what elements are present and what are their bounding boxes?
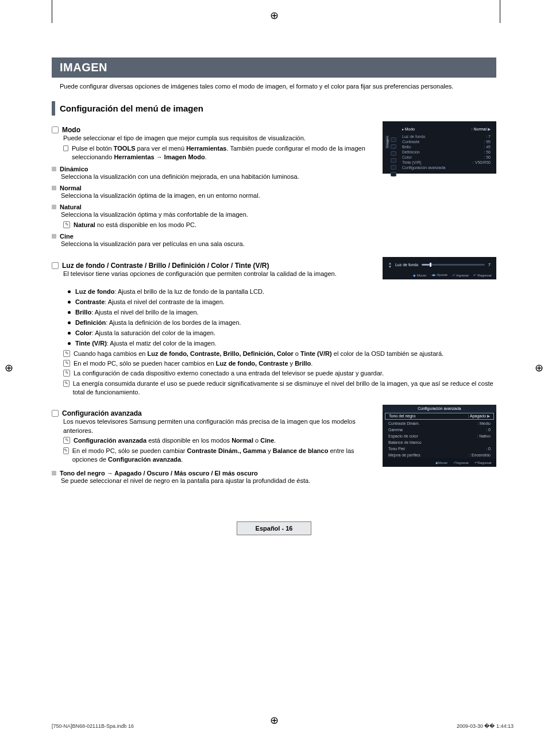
osd-head-value: : Normal ▶ [472, 127, 491, 132]
bullet-text: Definición: Ajusta la definición de los … [75, 318, 241, 328]
osd-row-val: : 95 [484, 140, 491, 144]
note-text: Configuración avanzada está disponible e… [74, 436, 276, 445]
osd-row-val: : 45 [484, 145, 491, 149]
osd-nav-icon [391, 172, 396, 176]
square-bullet-icon [52, 471, 56, 475]
doc-footer-left: [750-NA]BN68-02111B-Spa.indb 16 [52, 723, 134, 729]
osd-slider-label: Luz de fondo [395, 263, 418, 267]
bullet-text: Color: Ajusta la saturación del color de… [75, 329, 215, 338]
osd-row-val: : V50/R50 [473, 160, 491, 164]
up-down-arrows-icon: ▲▼ [388, 262, 392, 268]
osd3-row-val: : 0 [486, 428, 491, 432]
note-icon: ✎ [63, 221, 70, 228]
square-outline-icon [52, 126, 59, 133]
osd-slider-panel: ▲▼ Luz de fondo 7 Mover Ajustar Ingresar… [383, 257, 496, 279]
osd-head-label: Modo [402, 127, 415, 132]
chevron-right-icon: ▶ [487, 414, 490, 418]
osd3-row-val: : Nativo [477, 434, 491, 438]
bullet-text: Contraste: Ajusta el nivel del contraste… [75, 298, 225, 307]
sub-natural-note: Natural no está disponible en los modo P… [74, 221, 196, 229]
osd-nav-icon [391, 165, 396, 170]
osd3-row-val: : Apagado ▶ [468, 414, 490, 419]
square-bullet-icon [52, 234, 56, 239]
help-adjust: Ajustar [431, 273, 448, 277]
page-number-box: Español - 16 [237, 521, 311, 535]
sub-dinamico: Dinámico [60, 166, 88, 172]
registration-mark-icon: ⊕ [535, 362, 543, 374]
osd3-row-key: Gamma [388, 428, 403, 432]
help-return: Regresar [474, 460, 492, 465]
square-bullet-icon [52, 205, 56, 209]
registration-mark-icon: ⊕ [270, 10, 279, 21]
tools-icon [63, 145, 68, 151]
note-text: La energía consumida durante el uso se p… [73, 379, 496, 397]
help-move: Mover [413, 273, 427, 277]
bullet-icon [68, 290, 71, 293]
osd-row-key: Brillo [402, 145, 411, 149]
modo-desc: Puede seleccionar el tipo de imagen que … [63, 134, 373, 143]
note-text: En el modo PC, sólo se pueden cambiar Co… [72, 447, 373, 465]
crop-mark [52, 0, 52, 23]
bullet-text: Luz de fondo: Ajusta el brillo de la luz… [75, 287, 264, 297]
sub-normal: Normal [60, 185, 82, 191]
chevron-right-icon: ▶ [488, 127, 491, 131]
osd-nav-icon [391, 158, 396, 163]
modo-tool-note: Pulse el botón TOOLS para ver el menú He… [72, 144, 373, 162]
bullet-icon [68, 321, 71, 324]
osd3-title: Configuración avanzada [383, 405, 496, 412]
sub-normal-desc: Selecciona la visualización óptima de la… [61, 191, 373, 200]
sub-cine: Cine [60, 233, 74, 240]
note-icon: ✎ [63, 360, 70, 367]
avanzada-desc: Los nuevos televisores Samsung permiten … [63, 417, 373, 435]
sub-tono-negro-desc: Se puede seleccionar el nivel de negro e… [61, 477, 373, 485]
sub-tono-negro: Tono del negro → Apagado / Oscuro / Más … [60, 470, 258, 477]
bullet-text: Brillo: Ajusta el nivel del brillo de la… [75, 308, 199, 317]
osd3-row-key: Tono Piel [388, 447, 405, 451]
osd-row-key: Configuración avanzada [402, 166, 446, 170]
bullet-icon [68, 311, 71, 314]
osd3-row-val: : Medio [477, 421, 491, 425]
help-return: Regresar [473, 273, 492, 277]
section-heading: Configuración del menú de imagen [60, 101, 203, 116]
q-heading-avanzada: Configuración avanzada [62, 409, 142, 417]
osd-row-val: : 7 [486, 135, 491, 139]
note-text: Cuando haga cambios en Luz de fondo, Con… [74, 350, 443, 358]
osd-slider-track [422, 264, 485, 266]
ajustes-desc: El televisor tiene varias opciones de co… [63, 270, 373, 278]
help-enter: Ingresar [453, 460, 469, 465]
help-enter: Ingresar [452, 273, 469, 277]
osd-slider-value: 7 [488, 263, 491, 267]
square-bullet-icon [52, 167, 56, 171]
osd3-row-key: Contraste Dinám. [388, 421, 419, 425]
doc-footer-right: 2009-03-30 �� 1:44:13 [457, 723, 514, 729]
osd-row-key: Luz de fondo [402, 135, 425, 139]
osd3-row-key: Balance de blanco [388, 440, 422, 444]
q-heading-ajustes: Luz de fondo / Contraste / Brillo / Defi… [62, 262, 269, 270]
osd-avanzada-menu: Configuración avanzada Tono del negro: A… [383, 405, 496, 467]
note-icon: ✎ [63, 350, 70, 357]
sub-natural-desc: Selecciona la visualización óptima y más… [61, 210, 373, 219]
osd-row-key: Tinte (V/R) [402, 160, 422, 164]
sub-natural: Natural [60, 204, 82, 210]
section-marker-icon [52, 101, 55, 116]
q-heading-modo: Modo [62, 126, 80, 134]
osd3-row-key: Mejora de perfiles [388, 453, 420, 457]
osd-row-key: Contraste [402, 140, 419, 144]
osd3-row-key: Tono del negro [389, 414, 415, 419]
bullet-icon [68, 301, 71, 304]
note-text: La configuración de cada dispositivo ext… [74, 369, 384, 378]
note-icon: ✎ [63, 447, 69, 454]
osd3-row-val: : 0 [486, 447, 491, 451]
osd-row-key: Definición [402, 150, 420, 154]
page-title: IMAGEN [52, 57, 496, 78]
osd-row-val: : 50 [484, 155, 491, 159]
osd3-row-key: Espacio de color [388, 434, 418, 438]
square-bullet-icon [52, 186, 56, 190]
osd-imagen-menu: Imagen Modo : Normal ▶ Luz de fondo: 7 [383, 121, 496, 174]
registration-mark-icon: ⊕ [5, 362, 13, 374]
osd3-row-val: : Encendido [469, 453, 491, 457]
help-move: Mover [435, 460, 448, 465]
osd-nav-icon [391, 151, 396, 156]
osd-nav-icon [391, 144, 396, 149]
note-text: En el modo PC, sólo se pueden hacer camb… [74, 359, 312, 368]
